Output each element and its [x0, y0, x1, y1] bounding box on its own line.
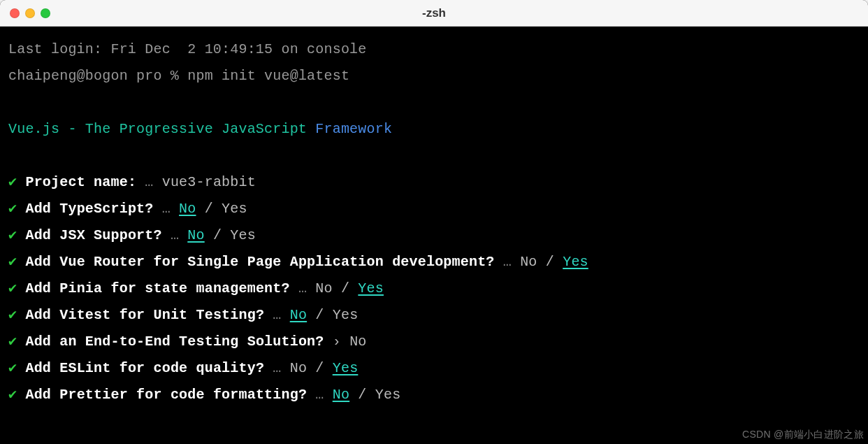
option-yes[interactable]: Yes	[222, 201, 247, 217]
ellipsis-icon: …	[273, 307, 289, 323]
command-line: chaipeng@bogon pro % npm init vue@latest	[8, 63, 860, 89]
ellipsis-icon: …	[273, 360, 289, 376]
ellipsis-icon: …	[298, 280, 315, 296]
last-login-line: Last login: Fri Dec 2 10:49:15 on consol…	[8, 36, 860, 63]
check-icon: ✔	[8, 174, 17, 190]
option-no[interactable]: No	[333, 387, 349, 403]
ellipsis-icon: …	[503, 254, 520, 270]
check-icon: ✔	[8, 280, 17, 296]
prompt-question: Add Prettier for code formatting?	[25, 387, 307, 403]
prompt-question: Add Vue Router for Single Page Applicati…	[25, 254, 494, 270]
prompt-question: Add TypeScript?	[25, 201, 153, 217]
check-icon: ✔	[8, 307, 17, 323]
prompt-line: ✔ Add Vue Router for Single Page Applica…	[8, 249, 860, 275]
check-icon: ✔	[8, 387, 17, 403]
ellipsis-icon: …	[162, 201, 179, 217]
prompt-list: ✔ Project name: … vue3-rabbit✔ Add TypeS…	[8, 169, 860, 408]
ellipsis-icon: …	[315, 387, 332, 403]
chevron-right-icon: ›	[333, 334, 349, 350]
prompt-line: ✔ Project name: … vue3-rabbit	[8, 169, 860, 196]
prompt-question: Add Vitest for Unit Testing?	[25, 307, 264, 323]
option-no[interactable]: No	[290, 307, 307, 323]
banner-line: Vue.js - The Progressive JavaScript Fram…	[8, 116, 860, 143]
option-no[interactable]: No	[520, 254, 537, 270]
prompt-line: ✔ Add Vitest for Unit Testing? … No / Ye…	[8, 302, 860, 329]
check-icon: ✔	[8, 201, 17, 217]
prompt-question: Add Pinia for state management?	[25, 280, 289, 296]
prompt-answer: No	[349, 334, 366, 350]
minimize-icon[interactable]	[25, 8, 35, 18]
ellipsis-icon: …	[145, 174, 161, 190]
option-yes[interactable]: Yes	[375, 387, 401, 403]
slash-separator: /	[307, 360, 333, 376]
option-no[interactable]: No	[290, 360, 307, 376]
slash-separator: /	[307, 307, 333, 323]
check-icon: ✔	[8, 334, 17, 350]
close-icon[interactable]	[10, 8, 20, 18]
prompt-question: Add JSX Support?	[25, 227, 161, 243]
titlebar: -zsh	[0, 0, 868, 27]
slash-separator: /	[205, 227, 231, 243]
window-title: -zsh	[10, 6, 858, 20]
blank-line	[8, 89, 860, 116]
traffic-lights	[10, 8, 50, 18]
prompt-line: ✔ Add ESLint for code quality? … No / Ye…	[8, 355, 860, 382]
option-no[interactable]: No	[187, 227, 204, 243]
option-yes[interactable]: Yes	[333, 307, 359, 323]
check-icon: ✔	[8, 360, 17, 376]
slash-separator: /	[333, 280, 359, 296]
prompt-answer: vue3-rabbit	[162, 174, 256, 190]
ellipsis-icon: …	[171, 227, 187, 243]
banner-part1: Vue.js - The Progressive JavaScript	[8, 121, 307, 137]
terminal-window: -zsh Last login: Fri Dec 2 10:49:15 on c…	[0, 0, 868, 444]
prompt-question: Add ESLint for code quality?	[25, 360, 264, 376]
prompt-line: ✔ Add TypeScript? … No / Yes	[8, 196, 860, 222]
blank-line	[8, 143, 860, 169]
prompt-line: ✔ Add Pinia for state management? … No /…	[8, 275, 860, 302]
option-yes[interactable]: Yes	[358, 280, 384, 296]
watermark: CSDN @前端小白进阶之旅	[742, 429, 864, 441]
slash-separator: /	[349, 387, 375, 403]
option-yes[interactable]: Yes	[230, 227, 256, 243]
prompt-question: Project name:	[25, 174, 136, 190]
prompt-text: chaipeng@bogon pro %	[8, 68, 187, 84]
terminal-body[interactable]: Last login: Fri Dec 2 10:49:15 on consol…	[0, 27, 868, 418]
banner-part2: Framework	[307, 121, 392, 137]
prompt-line: ✔ Add JSX Support? … No / Yes	[8, 222, 860, 249]
prompt-line: ✔ Add Prettier for code formatting? … No…	[8, 382, 860, 408]
option-yes[interactable]: Yes	[563, 254, 588, 270]
maximize-icon[interactable]	[41, 8, 50, 18]
option-no[interactable]: No	[179, 201, 196, 217]
slash-separator: /	[196, 201, 222, 217]
option-no[interactable]: No	[315, 280, 332, 296]
prompt-line: ✔ Add an End-to-End Testing Solution? › …	[8, 329, 860, 355]
check-icon: ✔	[8, 227, 17, 243]
option-yes[interactable]: Yes	[333, 360, 359, 376]
prompt-question: Add an End-to-End Testing Solution?	[25, 334, 324, 350]
check-icon: ✔	[8, 254, 17, 270]
slash-separator: /	[537, 254, 563, 270]
command-text: npm init vue@latest	[187, 68, 349, 84]
